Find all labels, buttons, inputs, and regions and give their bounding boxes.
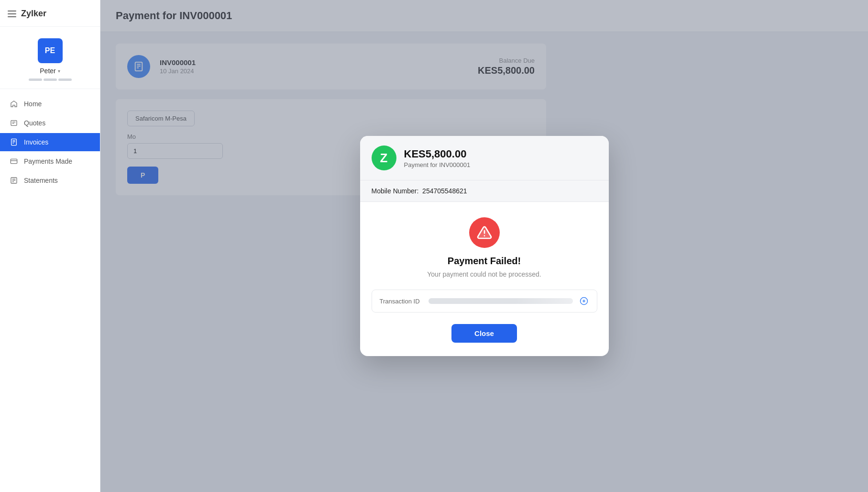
- sidebar-item-payments-label: Payments Made: [24, 157, 72, 165]
- brand-name: Zylker: [21, 9, 46, 19]
- statements-icon: [10, 176, 18, 185]
- error-icon-circle: [469, 217, 500, 248]
- invoices-icon: [10, 138, 18, 146]
- transaction-value: [429, 298, 573, 304]
- transaction-row: Transaction ID: [372, 290, 597, 313]
- svg-rect-7: [11, 159, 17, 163]
- hamburger-icon[interactable]: [8, 11, 16, 17]
- nav-menu: Home Quotes Invoices Payments Made State…: [0, 89, 100, 195]
- sidebar-item-invoices-label: Invoices: [24, 138, 48, 146]
- payment-failed-modal: Z KES5,800.00 Payment for INV000001 Mobi…: [360, 136, 609, 356]
- modal-mobile-label: Mobile Number:: [372, 187, 419, 195]
- modal-body: Payment Failed! Your payment could not b…: [360, 202, 609, 356]
- sidebar-item-quotes[interactable]: Quotes: [0, 114, 100, 132]
- sidebar-item-home[interactable]: Home: [0, 95, 100, 113]
- home-icon: [10, 100, 18, 108]
- transaction-label: Transaction ID: [380, 298, 423, 305]
- sidebar-item-statements-label: Statements: [24, 177, 58, 184]
- modal-mobile-row: Mobile Number: 254705548621: [360, 180, 609, 202]
- modal-mobile-number: 254705548621: [422, 187, 467, 195]
- copy-icon[interactable]: [579, 296, 589, 306]
- modal-amount: KES5,800.00: [404, 148, 471, 160]
- modal-payment-subtitle: Payment for INV000001: [404, 161, 471, 168]
- sidebar-item-payments[interactable]: Payments Made: [0, 152, 100, 170]
- sidebar-item-invoices[interactable]: Invoices: [0, 133, 100, 151]
- modal-logo: Z: [372, 145, 396, 170]
- main-content: Payment for INV000001 INV000001 10 Jan 2…: [100, 0, 868, 492]
- payments-icon: [10, 157, 18, 166]
- warning-icon: [477, 225, 492, 240]
- modal-overlay: Z KES5,800.00 Payment for INV000001 Mobi…: [100, 0, 868, 492]
- modal-header-info: KES5,800.00 Payment for INV000001: [404, 148, 471, 168]
- user-section: PE Peter: [0, 27, 100, 89]
- sidebar-header: Zylker: [0, 0, 100, 27]
- close-button[interactable]: Close: [451, 324, 517, 343]
- sidebar-item-statements[interactable]: Statements: [0, 171, 100, 190]
- svg-point-18: [483, 235, 485, 236]
- avatar: PE: [38, 38, 63, 63]
- sidebar-item-quotes-label: Quotes: [24, 119, 45, 127]
- sidebar: Zylker PE Peter Home Quotes Invoices: [0, 0, 100, 492]
- user-dots: [29, 78, 72, 81]
- failed-title: Payment Failed!: [448, 256, 521, 267]
- sidebar-item-home-label: Home: [24, 100, 42, 108]
- quotes-icon: [10, 119, 18, 127]
- failed-desc: Your payment could not be processed.: [427, 270, 541, 278]
- modal-header: Z KES5,800.00 Payment for INV000001: [360, 136, 609, 180]
- user-name-label[interactable]: Peter: [40, 67, 60, 75]
